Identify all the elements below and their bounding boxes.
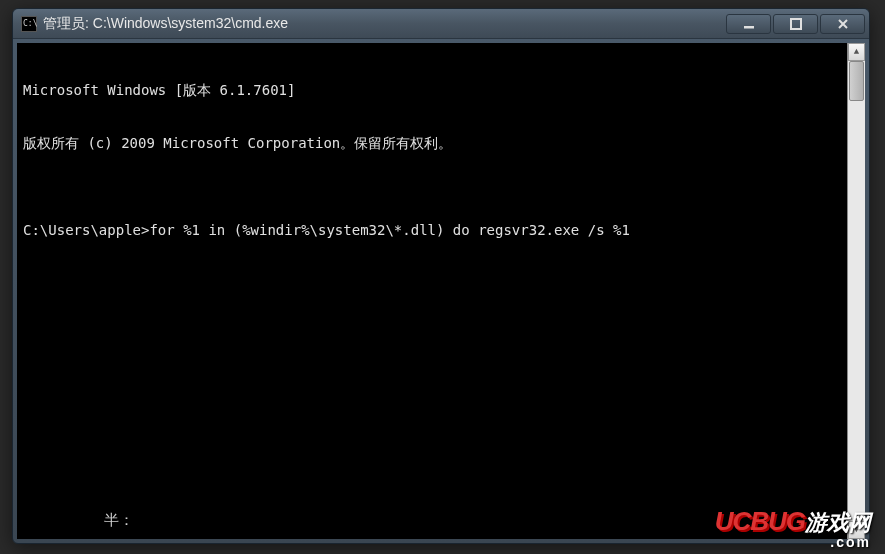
console-prompt: C:\Users\apple>for %1 in (%windir%\syste… — [23, 222, 841, 240]
scroll-thumb[interactable] — [849, 61, 864, 101]
vertical-scrollbar[interactable]: ▲ ▼ — [847, 43, 865, 539]
cmd-icon: C:\ — [21, 16, 37, 32]
cmd-window: C:\ 管理员: C:\Windows\system32\cmd.exe — [12, 8, 870, 544]
scroll-down-button[interactable]: ▼ — [848, 521, 865, 539]
svg-rect-1 — [791, 19, 801, 29]
console-content[interactable]: Microsoft Windows [版本 6.1.7601] 版权所有 (c)… — [17, 43, 847, 539]
ime-status-label: 半： — [104, 511, 134, 530]
maximize-icon — [790, 18, 802, 30]
close-icon — [837, 18, 849, 30]
console-line: 版权所有 (c) 2009 Microsoft Corporation。保留所有… — [23, 135, 841, 153]
minimize-button[interactable] — [726, 14, 771, 34]
titlebar[interactable]: C:\ 管理员: C:\Windows\system32\cmd.exe — [13, 9, 869, 39]
svg-rect-0 — [744, 26, 754, 29]
console-area: Microsoft Windows [版本 6.1.7601] 版权所有 (c)… — [17, 43, 865, 539]
window-controls — [726, 14, 865, 34]
scroll-up-button[interactable]: ▲ — [848, 43, 865, 61]
close-button[interactable] — [820, 14, 865, 34]
scroll-track[interactable] — [848, 61, 865, 521]
window-title: 管理员: C:\Windows\system32\cmd.exe — [43, 15, 726, 33]
console-line: Microsoft Windows [版本 6.1.7601] — [23, 82, 841, 100]
maximize-button[interactable] — [773, 14, 818, 34]
minimize-icon — [743, 18, 755, 30]
